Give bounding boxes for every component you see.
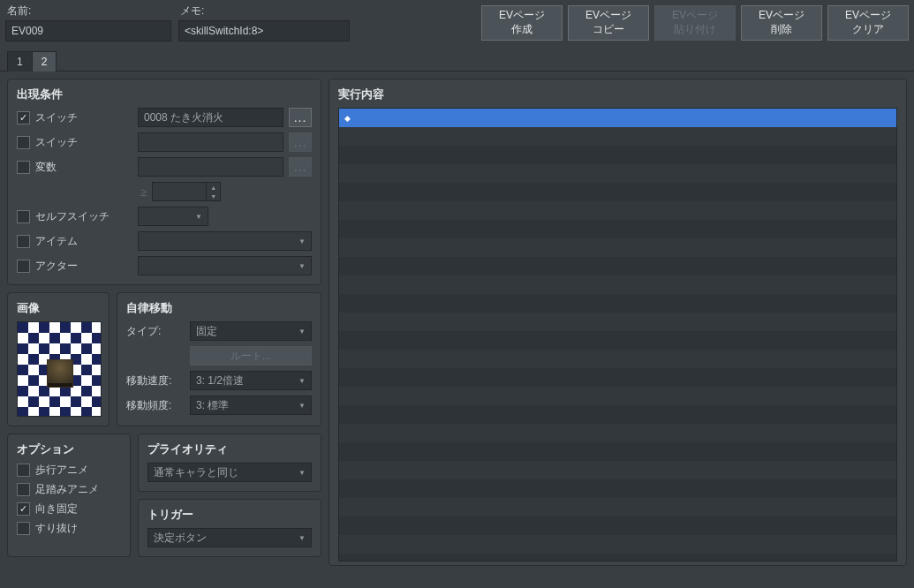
variable-value — [138, 157, 283, 177]
self-switch-label: セルフスイッチ — [35, 209, 132, 224]
exec-row[interactable] — [339, 275, 896, 294]
switch2-browse-button: ... — [289, 132, 312, 152]
exec-group: 実行内容 ◆ — [329, 79, 907, 566]
ev-page-create-button[interactable]: EVページ 作成 — [481, 5, 563, 41]
exec-command-list[interactable]: ◆ — [338, 108, 897, 562]
switch2-value — [138, 132, 283, 152]
switch2-checkbox[interactable] — [17, 136, 30, 149]
trigger-title: トリガー — [147, 507, 312, 523]
diamond-icon: ◆ — [344, 114, 351, 123]
trigger-dropdown[interactable]: 決定ボタン — [147, 528, 312, 547]
exec-row[interactable] — [339, 535, 896, 554]
spinner-down-icon: ▼ — [207, 192, 220, 200]
exec-row[interactable] — [339, 368, 896, 387]
move-freq-label: 移動頻度: — [126, 398, 183, 413]
exec-row[interactable] — [339, 294, 896, 313]
exec-row[interactable] — [339, 257, 896, 275]
exec-row[interactable] — [339, 127, 896, 146]
switch1-value[interactable]: 0008 たき火消火 — [138, 108, 283, 127]
step-anim-label: 足踏みアニメ — [35, 482, 99, 497]
walk-anim-label: 歩行アニメ — [35, 463, 88, 478]
exec-row[interactable] — [339, 146, 896, 164]
variable-checkbox[interactable] — [17, 161, 30, 174]
self-switch-checkbox[interactable] — [17, 210, 30, 223]
exec-row[interactable] — [339, 164, 896, 183]
priority-title: プライオリティ — [147, 441, 312, 457]
switch1-label: スイッチ — [35, 110, 132, 125]
variable-label: 変数 — [35, 160, 132, 175]
exec-row[interactable] — [339, 350, 896, 368]
exec-row[interactable] — [339, 479, 896, 498]
switch2-label: スイッチ — [35, 135, 132, 150]
exec-title: 実行内容 — [338, 87, 897, 102]
exec-row[interactable] — [339, 220, 896, 238]
route-button: ルート... — [190, 346, 312, 366]
exec-row[interactable] — [339, 424, 896, 442]
conditions-group: 出現条件 スイッチ 0008 たき火消火 ... スイッチ ... 変数 ... — [7, 79, 321, 285]
gte-label: ≥ — [140, 185, 147, 199]
through-label: すり抜け — [35, 521, 78, 536]
ev-page-paste-button: EVページ 貼り付け — [654, 5, 736, 41]
item-dropdown — [138, 231, 312, 251]
tab-2[interactable]: 2 — [32, 51, 57, 72]
switch1-checkbox[interactable] — [17, 111, 30, 124]
item-label: アイテム — [35, 234, 132, 249]
ev-page-delete-button[interactable]: EVページ 削除 — [741, 5, 822, 41]
move-type-label: タイプ: — [126, 324, 183, 339]
exec-row[interactable] — [339, 331, 896, 350]
memo-input[interactable] — [178, 20, 350, 41]
spinner-up-icon: ▲ — [207, 183, 220, 192]
memo-label: メモ: — [178, 4, 350, 19]
name-input[interactable] — [5, 20, 171, 41]
tab-1[interactable]: 1 — [7, 51, 33, 72]
exec-row[interactable] — [339, 183, 896, 201]
trigger-group: トリガー 決定ボタン — [138, 499, 321, 557]
variable-gte-spinner: ▲ ▼ — [152, 182, 221, 201]
dir-fix-label: 向き固定 — [35, 501, 78, 516]
exec-row[interactable] — [339, 201, 896, 220]
autonomous-group: 自律移動 タイプ: 固定 ルート... 移動速度: 3: 1/2倍速 移動頻度:… — [117, 292, 321, 426]
event-image-picker[interactable] — [17, 321, 102, 417]
variable-browse-button: ... — [289, 157, 312, 177]
exec-row[interactable] — [339, 516, 896, 535]
image-title: 画像 — [17, 300, 100, 316]
move-type-dropdown[interactable]: 固定 — [190, 321, 312, 341]
autonomous-title: 自律移動 — [126, 300, 312, 316]
ev-page-clear-button[interactable]: EVページ クリア — [827, 5, 909, 41]
item-checkbox[interactable] — [17, 235, 30, 248]
actor-checkbox[interactable] — [17, 260, 30, 273]
sprite-preview — [47, 359, 73, 388]
self-switch-dropdown — [138, 207, 208, 226]
ev-page-copy-button[interactable]: EVページ コピー — [568, 5, 649, 41]
exec-row[interactable] — [339, 442, 896, 461]
move-freq-dropdown[interactable]: 3: 標準 — [190, 396, 312, 415]
switch1-browse-button[interactable]: ... — [289, 108, 312, 127]
exec-row[interactable]: ◆ — [339, 109, 896, 127]
name-label: 名前: — [5, 4, 171, 19]
options-group: オプション 歩行アニメ 足踏みアニメ 向き固定 すり抜け — [7, 433, 131, 557]
step-anim-checkbox[interactable] — [17, 483, 30, 496]
image-group: 画像 — [7, 292, 110, 426]
through-checkbox[interactable] — [17, 522, 30, 535]
move-speed-dropdown[interactable]: 3: 1/2倍速 — [190, 371, 312, 390]
dir-fix-checkbox[interactable] — [17, 502, 30, 516]
actor-label: アクター — [35, 259, 132, 274]
options-title: オプション — [17, 441, 121, 457]
actor-dropdown — [138, 256, 312, 275]
walk-anim-checkbox[interactable] — [17, 464, 30, 477]
priority-dropdown[interactable]: 通常キャラと同じ — [147, 463, 312, 482]
priority-group: プライオリティ 通常キャラと同じ — [138, 433, 321, 492]
exec-row[interactable] — [339, 405, 896, 424]
exec-row[interactable] — [339, 461, 896, 479]
exec-row[interactable] — [339, 313, 896, 331]
exec-row[interactable] — [339, 387, 896, 405]
exec-row[interactable] — [339, 498, 896, 516]
conditions-title: 出現条件 — [17, 87, 312, 102]
move-speed-label: 移動速度: — [126, 373, 183, 388]
exec-row[interactable] — [339, 238, 896, 257]
